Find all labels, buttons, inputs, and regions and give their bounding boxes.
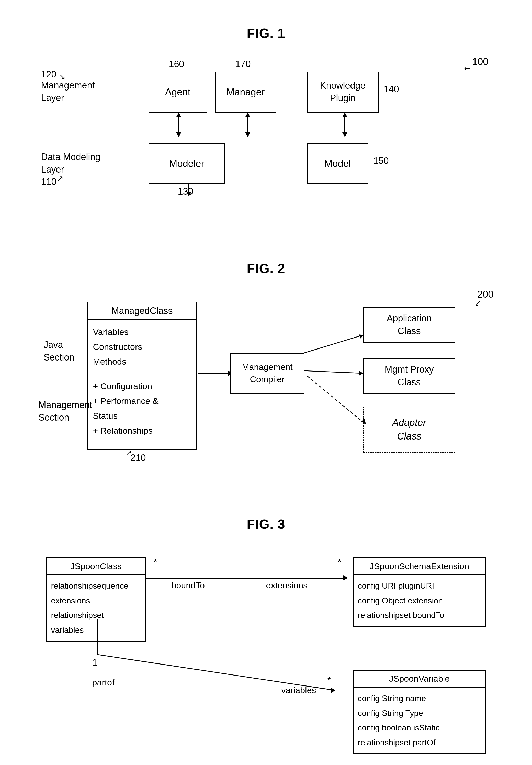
fig3-var-content: config String name config String Type co… — [354, 687, 485, 753]
fig3-partof-label: partof — [92, 678, 115, 687]
fig2-ref200: 200 — [477, 289, 493, 300]
fig1-ref100: 100 — [472, 56, 488, 67]
fig1-ref150: 150 — [373, 156, 389, 166]
fig1-mgmt-layer-label: Management Layer — [41, 79, 95, 104]
fig1-ref170: 170 — [236, 59, 251, 70]
svg-marker-5 — [361, 419, 366, 424]
fig3-schema-arrowhead-right — [343, 575, 348, 580]
svg-line-7 — [97, 654, 335, 690]
fig2-arrow-to-compiler — [198, 371, 233, 376]
fig3-schema-ext-title: JSpoonSchemaExtension — [354, 558, 485, 575]
svg-marker-8 — [330, 687, 335, 693]
fig2-200-arrow: ↙ — [474, 299, 481, 308]
fig3-h-arrow-schema — [147, 578, 346, 579]
fig3-star1: * — [154, 557, 158, 568]
fig2-210-arrow: ↗ — [126, 448, 132, 457]
fig2-java-section-label: Java Section — [44, 339, 74, 364]
fig1-data-layer-label: Data Modeling Layer — [41, 151, 101, 176]
fig3-multi-1: 1 — [92, 657, 98, 668]
fig3-boundto-label: boundTo — [172, 580, 205, 590]
fig3-extensions-label: extensions — [266, 580, 308, 590]
fig1-ref140: 140 — [384, 84, 399, 95]
fig1-manager-box: Manager — [215, 72, 276, 113]
fig1-ref120: 120 — [41, 69, 57, 80]
fig2-managed-title: ManagedClass — [88, 303, 196, 320]
fig2-adapter-class-box: Adapter Class — [363, 406, 455, 452]
svg-line-0 — [304, 335, 363, 353]
fig2-managed-outer-box: ManagedClass Variables Constructors Meth… — [87, 302, 197, 450]
fig3-multi-star4: * — [327, 675, 331, 686]
fig3-var-title: JSpoonVariable — [354, 671, 485, 687]
fig2-ref210: 210 — [131, 452, 146, 463]
fig3-var-box: JSpoonVariable config String name config… — [353, 670, 486, 754]
fig2-diagram: 200 ↙ Java Section Management Section Ma… — [36, 286, 496, 481]
fig2-title: FIG. 2 — [247, 261, 285, 276]
fig3-title: FIG. 3 — [247, 516, 285, 532]
fig1-modeler-box: Modeler — [149, 143, 225, 184]
fig3-jspoon-class-title: JSpoonClass — [47, 558, 145, 575]
fig1-arrow-agent-modeler — [176, 113, 181, 137]
fig1-agent-box: Agent — [149, 72, 207, 113]
fig1-title: FIG. 1 — [247, 26, 285, 41]
fig3-schema-ext-content: config URI pluginURI config Object exten… — [354, 575, 485, 626]
fig3-variables-label: variables — [281, 685, 316, 695]
page-container: FIG. 1 100 ↗ Management Layer 120 ↘ 160 … — [15, 10, 517, 765]
fig2-java-section-content: Variables Constructors Methods — [88, 320, 196, 374]
fig2-mgmt-section-content: + Configuration + Performance & Status +… — [88, 374, 196, 442]
svg-line-2 — [304, 371, 363, 373]
fig1-120-arrow: ↘ — [59, 72, 65, 81]
fig1-knowledge-box: KnowledgePlugin — [307, 72, 379, 113]
fig1-100-arrow: ↗ — [461, 63, 473, 75]
fig2-compiler-box: Management Compiler — [230, 353, 304, 394]
fig1-diagram: 100 ↗ Management Layer 120 ↘ 160 170 Age… — [36, 51, 496, 225]
fig1-ref110: 110 — [41, 176, 57, 187]
fig3-diagram: JSpoonClass relationshipsequence extensi… — [36, 542, 496, 765]
fig3-star2: * — [338, 557, 341, 568]
fig2-mgmt-section-label: Management Section — [39, 399, 92, 424]
fig1-ref160: 160 — [169, 59, 184, 70]
svg-line-4 — [307, 376, 366, 424]
fig1-arrow-manager-mid — [245, 113, 250, 137]
fig1-arrow-knowledge-model — [342, 113, 347, 137]
fig2-app-class-box: Application Class — [363, 307, 455, 343]
fig2-proxy-class-box: Mgmt Proxy Class — [363, 358, 455, 394]
fig1-modeler-arrow-down — [186, 184, 192, 196]
fig1-model-box: Model — [307, 143, 368, 184]
fig3-schema-ext-box: JSpoonSchemaExtension config URI pluginU… — [353, 557, 486, 627]
fig2-dashed-arrow-adapter — [304, 373, 376, 450]
fig1-110-arrow: ↗ — [57, 174, 63, 183]
fig1-dashed-separator — [146, 134, 481, 135]
